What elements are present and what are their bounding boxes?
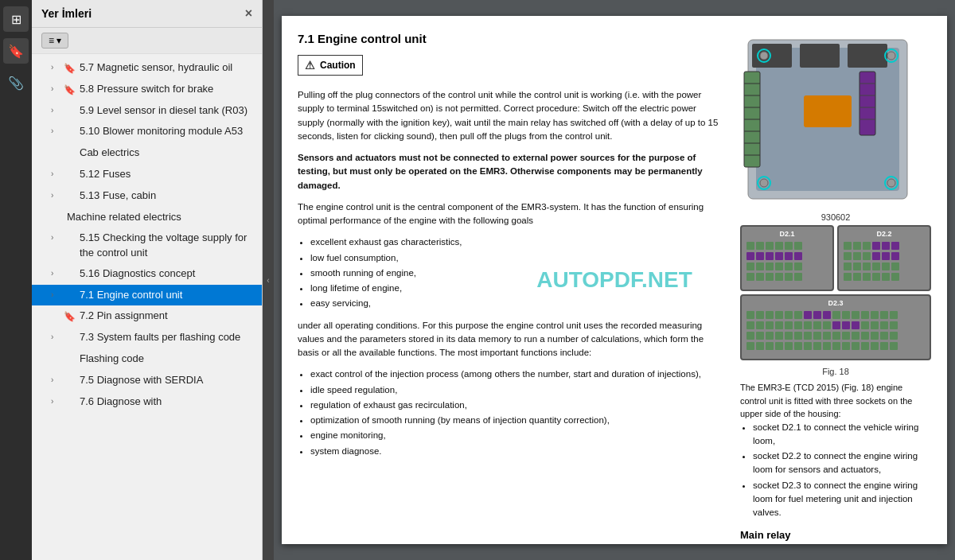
bookmark-icon: 🔖 (64, 375, 76, 388)
sidebar-item-label: 7.3 System faults per flashing code (80, 330, 255, 344)
connector-d2-3-svg (745, 309, 901, 353)
doc-para-3: The engine control unit is the central c… (298, 200, 724, 228)
svg-rect-123 (746, 342, 754, 350)
svg-rect-86 (852, 311, 860, 319)
svg-rect-119 (861, 332, 869, 340)
doc-content: 7.1 Engine control unit ⚠ Caution Pullin… (298, 32, 931, 544)
list-item: low fuel consumption, (310, 251, 724, 265)
sidebar-item-label: 5.16 Diagnostics concept (80, 266, 255, 281)
svg-rect-18 (804, 95, 852, 127)
connector-d2-1-label: D2.1 (745, 230, 829, 238)
list-item: exact control of the injection process (… (310, 368, 724, 381)
svg-rect-92 (756, 321, 764, 329)
toolbar-menu-button[interactable]: ≡ ▾ (41, 33, 68, 49)
svg-point-20 (887, 52, 895, 60)
caution-triangle-icon: ⚠ (305, 59, 315, 72)
svg-rect-29 (766, 242, 774, 250)
svg-rect-110 (775, 332, 783, 340)
svg-rect-134 (852, 342, 860, 350)
sidebar-item-machine-electrics[interactable]: › 🔖 Machine related electrics (32, 207, 262, 228)
sidebar-item-diagnose-serdia[interactable]: › 🔖 7.5 Diagnose with SERDIA (32, 370, 262, 391)
sidebar-item-engine-control[interactable]: › 🔖 7.1 Engine control unit (32, 285, 262, 306)
svg-rect-113 (804, 332, 812, 340)
paperclip-icon-btn[interactable]: 📎 (3, 70, 29, 95)
sidebar-close-button[interactable]: × (245, 6, 252, 21)
svg-rect-35 (766, 252, 774, 260)
svg-rect-38 (794, 252, 802, 260)
svg-rect-97 (804, 321, 812, 329)
svg-rect-68 (891, 262, 899, 270)
list-item: optimization of smooth running (by means… (310, 414, 724, 427)
sidebar-item-cab-electrics[interactable]: › 🔖 Cab electrics (32, 142, 262, 164)
bookmark-icon-btn[interactable]: 🔖 (3, 38, 29, 64)
sidebar-item-pin-assignment[interactable]: › 🔖 7.2 Pin assignment (32, 305, 262, 327)
svg-rect-36 (775, 252, 783, 260)
sidebar-item-pressure-switch[interactable]: › 🔖 5.8 Pressure switch for brake (32, 79, 262, 100)
bookmark-icon: 🔖 (64, 147, 76, 161)
svg-rect-121 (880, 332, 888, 340)
main-area: ‹ AUTOPDF.NET 7.1 Engine control unit ⚠ … (263, 0, 955, 560)
fig-label: 930602 (740, 212, 931, 222)
svg-rect-4 (848, 44, 887, 68)
sidebar-item-diagnostics[interactable]: › 🔖 5.16 Diagnostics concept (32, 263, 262, 285)
svg-rect-87 (861, 311, 869, 319)
svg-rect-44 (794, 262, 802, 270)
sidebar-item-level-sensor[interactable]: › 🔖 5.9 Level sensor in diesel tank (R03… (32, 100, 262, 122)
svg-rect-89 (880, 311, 888, 319)
sidebar-item-label: 5.13 Fuse, cabin (80, 189, 255, 203)
svg-rect-64 (853, 262, 861, 270)
sidebar-item-magnetic-sensor[interactable]: › 🔖 5.7 Magnetic sensor, hydraulic oil (32, 57, 262, 79)
doc-images-column: 930602 D2.1 (740, 32, 931, 544)
svg-rect-127 (785, 342, 793, 350)
svg-rect-88 (871, 311, 879, 319)
sidebar-item-blower[interactable]: › 🔖 5.10 Blower monitoring module A53 (32, 121, 262, 142)
svg-rect-34 (756, 252, 764, 260)
svg-rect-101 (842, 321, 850, 329)
sidebar-item-label: 5.8 Pressure switch for brake (80, 82, 255, 96)
svg-rect-13 (860, 72, 875, 135)
bookmark-icon: 🔖 (64, 310, 76, 324)
svg-rect-60 (872, 252, 880, 260)
svg-rect-39 (746, 262, 754, 270)
sidebar-item-system-faults[interactable]: › 🔖 7.3 System faults per flashing code (32, 327, 262, 348)
sidebar-item-label: 7.2 Pin assignment (80, 309, 255, 323)
pages-icon-btn[interactable]: ⊞ (3, 6, 29, 32)
svg-rect-138 (890, 342, 898, 350)
svg-rect-49 (785, 273, 793, 281)
doc-para-2-text: Sensors and actuators must not be connec… (298, 153, 703, 190)
svg-rect-106 (890, 321, 898, 329)
bookmark-icon: 🔖 (64, 268, 76, 282)
svg-rect-65 (863, 262, 871, 270)
svg-rect-46 (756, 273, 764, 281)
svg-rect-136 (871, 342, 879, 350)
svg-rect-30 (775, 242, 783, 250)
svg-rect-41 (766, 262, 774, 270)
bookmark-icon: 🔖 (64, 169, 76, 182)
svg-rect-27 (746, 242, 754, 250)
doc-text-column: 7.1 Engine control unit ⚠ Caution Pullin… (298, 32, 724, 544)
list-item: excellent exhaust gas characteristics, (310, 235, 724, 249)
bookmark-icon: 🔖 (51, 212, 64, 225)
sidebar-item-fuses[interactable]: › 🔖 5.12 Fuses (32, 164, 262, 185)
sidebar-item-flashing-code[interactable]: › 🔖 Flashing code (32, 348, 262, 370)
bookmark-icon: 🔖 (64, 105, 76, 119)
sidebar-item-diagnose-with[interactable]: › 🔖 7.6 Diagnose with (32, 391, 262, 413)
chevron-icon: › (51, 268, 64, 279)
chevron-icon: › (51, 290, 64, 301)
svg-rect-122 (890, 332, 898, 340)
svg-rect-75 (746, 311, 754, 319)
doc-para-1: Pulling off the plug connectors of the c… (298, 88, 724, 143)
svg-rect-63 (844, 262, 852, 270)
socket-list: socket D2.1 to connect the vehicle wirin… (753, 421, 931, 520)
sidebar: Yer İmleri × ≡ ▾ › 🔖 5.7 Magnetic sensor… (32, 0, 263, 560)
socket-item: socket D2.2 to connect the engine wiring… (753, 449, 931, 477)
chevron-icon: › (51, 375, 64, 386)
bookmark-icon: 🔖 (64, 232, 76, 246)
chevron-icon: › (51, 190, 64, 201)
sidebar-item-checking-voltage[interactable]: › 🔖 5.15 Checking the voltage supply for… (32, 228, 262, 262)
ecu-image-svg (740, 32, 915, 207)
collapse-handle[interactable]: ‹ (263, 0, 274, 560)
sidebar-item-fuse-cabin[interactable]: › 🔖 5.13 Fuse, cabin (32, 185, 262, 207)
svg-rect-117 (842, 332, 850, 340)
sidebar-item-label: 7.5 Diagnose with SERDIA (80, 373, 255, 387)
